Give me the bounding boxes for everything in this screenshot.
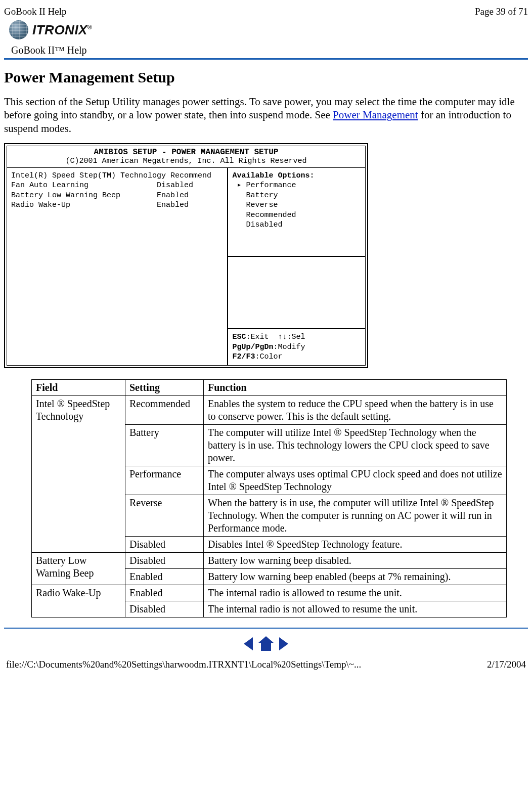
cell-function: Disables Intel ® SpeedStep Technology fe… [204, 536, 507, 552]
col-function: Function [204, 379, 507, 395]
cell-setting: Enabled [125, 585, 204, 601]
svg-marker-2 [279, 637, 288, 650]
globe-icon [9, 20, 28, 39]
nav-home-button[interactable] [257, 637, 277, 649]
cell-setting: Disabled [125, 601, 204, 617]
cell-function: The computer always uses optimal CPU clo… [204, 466, 507, 495]
divider [4, 628, 528, 629]
cell-function: The internal radio is allowed to resume … [204, 585, 507, 601]
cell-function: Enables the system to reduce the CPU spe… [204, 395, 507, 424]
bios-available-options: Available Options: ▸ Performance Battery… [228, 168, 365, 257]
bios-title: AMIBIOS SETUP - POWER MANAGEMENT SETUP [7, 146, 365, 157]
brand-logo: ITRONIX® [4, 20, 528, 39]
arrow-left-icon [242, 636, 255, 651]
cell-setting: Disabled [125, 552, 204, 568]
cell-setting: Reverse [125, 495, 204, 536]
nav-next-button[interactable] [277, 637, 290, 649]
svg-marker-1 [258, 636, 274, 651]
bios-key-hints: ESC:Exit ↑↓:Sel PgUp/PgDn:Modify F2/F3:C… [228, 329, 365, 365]
cell-setting: Disabled [125, 536, 204, 552]
intro-paragraph: This section of the Setup Utility manage… [4, 95, 528, 135]
col-field: Field [32, 379, 125, 395]
cell-function: The computer will utilize Intel ® SpeedS… [204, 424, 507, 466]
table-row: Radio Wake-Up Enabled The internal radio… [32, 585, 507, 601]
bios-screenshot: AMIBIOS SETUP - POWER MANAGEMENT SETUP (… [4, 143, 368, 368]
footer-date: 2/17/2004 [487, 659, 526, 670]
bios-settings-list: Intel(R) Speed Step(TM) Technology Recom… [7, 168, 228, 365]
cell-setting: Performance [125, 466, 204, 495]
cell-setting: Battery [125, 424, 204, 466]
col-setting: Setting [125, 379, 204, 395]
brand-name: ITRONIX® [32, 22, 92, 38]
footer-path: file://C:\Documents%20and%20Settings\har… [6, 659, 361, 670]
cell-function: When the battery is in use, the computer… [204, 495, 507, 536]
page-indicator: Page 39 of 71 [475, 6, 528, 17]
cell-function: Battery low warning beep disabled. [204, 552, 507, 568]
help-breadcrumb: GoBook II™ Help [11, 45, 528, 56]
bios-blank-area [228, 257, 365, 329]
doc-title: GoBook II Help [4, 6, 66, 17]
cell-setting: Enabled [125, 568, 204, 585]
home-icon [257, 636, 275, 652]
table-row: Battery Low Warning Beep Disabled Batter… [32, 552, 507, 568]
cell-field: Intel ® SpeedStep Technology [32, 395, 125, 552]
divider [4, 58, 528, 60]
cell-function: The internal radio is not allowed to res… [204, 601, 507, 617]
settings-table: Field Setting Function Intel ® SpeedStep… [31, 379, 507, 617]
svg-marker-0 [244, 637, 253, 650]
table-header-row: Field Setting Function [32, 379, 507, 395]
cell-setting: Recommended [125, 395, 204, 424]
cell-field: Radio Wake-Up [32, 585, 125, 617]
power-management-link[interactable]: Power Management [333, 109, 418, 121]
page-title: Power Management Setup [4, 69, 528, 86]
table-row: Intel ® SpeedStep Technology Recommended… [32, 395, 507, 424]
cell-function: Battery low warning beep enabled (beeps … [204, 568, 507, 585]
arrow-right-icon [277, 636, 290, 651]
nav-prev-button[interactable] [242, 637, 257, 649]
cell-field: Battery Low Warning Beep [32, 552, 125, 585]
bios-copyright: (C)2001 American Megatrends, Inc. All Ri… [7, 157, 365, 168]
